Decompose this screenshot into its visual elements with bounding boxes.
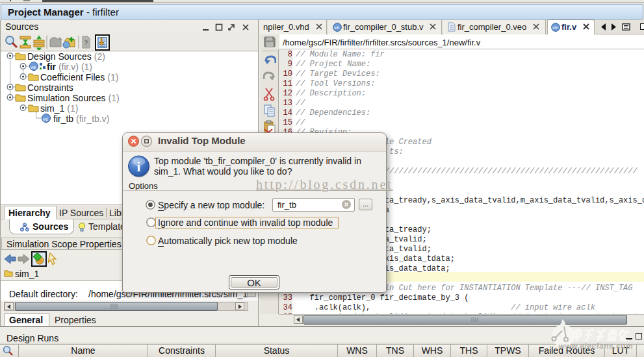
svg-text:ve: ve [43,116,49,122]
svg-text:i: i [137,159,141,175]
svg-text:ve: ve [31,64,36,70]
svg-text:ve: ve [334,25,340,31]
svg-text:www.elecfans.com: www.elecfans.com [558,341,634,351]
svg-text:?: ? [84,39,88,47]
svg-text:ve: ve [552,25,558,31]
